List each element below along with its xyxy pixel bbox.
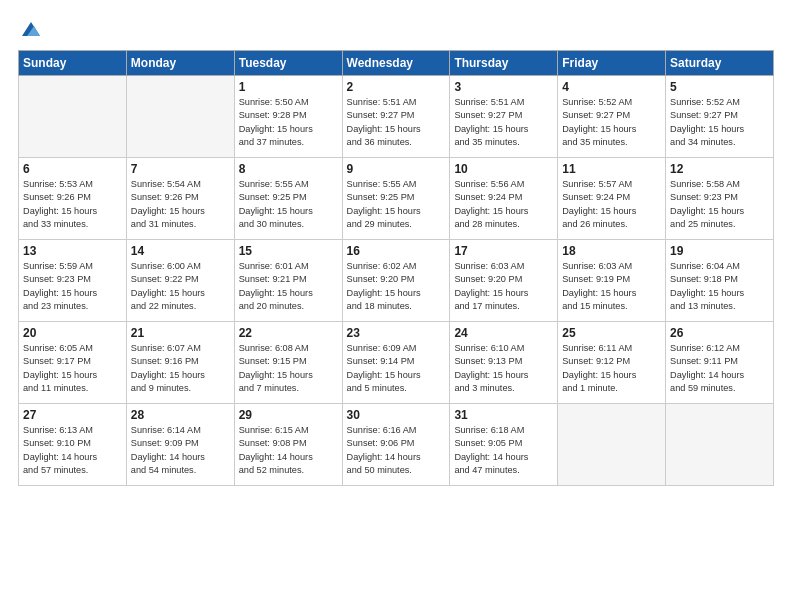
day-number: 26: [670, 326, 769, 340]
calendar-weekday-sunday: Sunday: [19, 51, 127, 76]
day-detail: Sunrise: 5:52 AM Sunset: 9:27 PM Dayligh…: [562, 96, 661, 149]
calendar-cell: 6Sunrise: 5:53 AM Sunset: 9:26 PM Daylig…: [19, 158, 127, 240]
day-detail: Sunrise: 6:01 AM Sunset: 9:21 PM Dayligh…: [239, 260, 338, 313]
calendar-cell: 28Sunrise: 6:14 AM Sunset: 9:09 PM Dayli…: [126, 404, 234, 486]
calendar-cell: 8Sunrise: 5:55 AM Sunset: 9:25 PM Daylig…: [234, 158, 342, 240]
day-detail: Sunrise: 6:07 AM Sunset: 9:16 PM Dayligh…: [131, 342, 230, 395]
calendar-cell: 1Sunrise: 5:50 AM Sunset: 9:28 PM Daylig…: [234, 76, 342, 158]
day-number: 11: [562, 162, 661, 176]
day-number: 10: [454, 162, 553, 176]
calendar-cell: 19Sunrise: 6:04 AM Sunset: 9:18 PM Dayli…: [666, 240, 774, 322]
calendar-table: SundayMondayTuesdayWednesdayThursdayFrid…: [18, 50, 774, 486]
day-detail: Sunrise: 5:55 AM Sunset: 9:25 PM Dayligh…: [239, 178, 338, 231]
header: [18, 18, 774, 40]
day-number: 21: [131, 326, 230, 340]
calendar-weekday-monday: Monday: [126, 51, 234, 76]
calendar-week-1: 1Sunrise: 5:50 AM Sunset: 9:28 PM Daylig…: [19, 76, 774, 158]
day-detail: Sunrise: 5:53 AM Sunset: 9:26 PM Dayligh…: [23, 178, 122, 231]
logo: [18, 18, 42, 40]
day-number: 27: [23, 408, 122, 422]
calendar-cell: 13Sunrise: 5:59 AM Sunset: 9:23 PM Dayli…: [19, 240, 127, 322]
day-detail: Sunrise: 5:58 AM Sunset: 9:23 PM Dayligh…: [670, 178, 769, 231]
day-detail: Sunrise: 5:57 AM Sunset: 9:24 PM Dayligh…: [562, 178, 661, 231]
day-detail: Sunrise: 5:51 AM Sunset: 9:27 PM Dayligh…: [347, 96, 446, 149]
calendar-cell: 4Sunrise: 5:52 AM Sunset: 9:27 PM Daylig…: [558, 76, 666, 158]
day-number: 4: [562, 80, 661, 94]
day-detail: Sunrise: 6:09 AM Sunset: 9:14 PM Dayligh…: [347, 342, 446, 395]
day-number: 13: [23, 244, 122, 258]
day-detail: Sunrise: 6:18 AM Sunset: 9:05 PM Dayligh…: [454, 424, 553, 477]
day-detail: Sunrise: 6:10 AM Sunset: 9:13 PM Dayligh…: [454, 342, 553, 395]
calendar-cell: 18Sunrise: 6:03 AM Sunset: 9:19 PM Dayli…: [558, 240, 666, 322]
calendar-cell: 7Sunrise: 5:54 AM Sunset: 9:26 PM Daylig…: [126, 158, 234, 240]
calendar-week-4: 20Sunrise: 6:05 AM Sunset: 9:17 PM Dayli…: [19, 322, 774, 404]
logo-icon: [20, 18, 42, 40]
calendar-cell: 17Sunrise: 6:03 AM Sunset: 9:20 PM Dayli…: [450, 240, 558, 322]
calendar-weekday-saturday: Saturday: [666, 51, 774, 76]
day-detail: Sunrise: 5:50 AM Sunset: 9:28 PM Dayligh…: [239, 96, 338, 149]
day-number: 23: [347, 326, 446, 340]
day-detail: Sunrise: 6:14 AM Sunset: 9:09 PM Dayligh…: [131, 424, 230, 477]
day-number: 5: [670, 80, 769, 94]
calendar-cell: 23Sunrise: 6:09 AM Sunset: 9:14 PM Dayli…: [342, 322, 450, 404]
day-detail: Sunrise: 6:03 AM Sunset: 9:19 PM Dayligh…: [562, 260, 661, 313]
day-number: 25: [562, 326, 661, 340]
day-number: 18: [562, 244, 661, 258]
day-detail: Sunrise: 6:13 AM Sunset: 9:10 PM Dayligh…: [23, 424, 122, 477]
day-number: 16: [347, 244, 446, 258]
day-number: 24: [454, 326, 553, 340]
calendar-cell: 26Sunrise: 6:12 AM Sunset: 9:11 PM Dayli…: [666, 322, 774, 404]
calendar-weekday-friday: Friday: [558, 51, 666, 76]
day-detail: Sunrise: 6:04 AM Sunset: 9:18 PM Dayligh…: [670, 260, 769, 313]
day-number: 17: [454, 244, 553, 258]
page: SundayMondayTuesdayWednesdayThursdayFrid…: [0, 0, 792, 612]
calendar-cell: 21Sunrise: 6:07 AM Sunset: 9:16 PM Dayli…: [126, 322, 234, 404]
calendar-week-3: 13Sunrise: 5:59 AM Sunset: 9:23 PM Dayli…: [19, 240, 774, 322]
day-number: 9: [347, 162, 446, 176]
calendar-cell: 2Sunrise: 5:51 AM Sunset: 9:27 PM Daylig…: [342, 76, 450, 158]
day-detail: Sunrise: 6:15 AM Sunset: 9:08 PM Dayligh…: [239, 424, 338, 477]
calendar-cell: 16Sunrise: 6:02 AM Sunset: 9:20 PM Dayli…: [342, 240, 450, 322]
day-detail: Sunrise: 6:02 AM Sunset: 9:20 PM Dayligh…: [347, 260, 446, 313]
day-detail: Sunrise: 6:08 AM Sunset: 9:15 PM Dayligh…: [239, 342, 338, 395]
calendar-cell: 25Sunrise: 6:11 AM Sunset: 9:12 PM Dayli…: [558, 322, 666, 404]
calendar-cell: [666, 404, 774, 486]
calendar-cell: 11Sunrise: 5:57 AM Sunset: 9:24 PM Dayli…: [558, 158, 666, 240]
day-number: 30: [347, 408, 446, 422]
day-detail: Sunrise: 6:11 AM Sunset: 9:12 PM Dayligh…: [562, 342, 661, 395]
day-number: 12: [670, 162, 769, 176]
day-detail: Sunrise: 5:56 AM Sunset: 9:24 PM Dayligh…: [454, 178, 553, 231]
day-number: 14: [131, 244, 230, 258]
calendar-weekday-thursday: Thursday: [450, 51, 558, 76]
calendar-cell: 29Sunrise: 6:15 AM Sunset: 9:08 PM Dayli…: [234, 404, 342, 486]
day-number: 8: [239, 162, 338, 176]
calendar-weekday-wednesday: Wednesday: [342, 51, 450, 76]
calendar-cell: 30Sunrise: 6:16 AM Sunset: 9:06 PM Dayli…: [342, 404, 450, 486]
day-detail: Sunrise: 6:12 AM Sunset: 9:11 PM Dayligh…: [670, 342, 769, 395]
day-detail: Sunrise: 5:59 AM Sunset: 9:23 PM Dayligh…: [23, 260, 122, 313]
day-detail: Sunrise: 5:55 AM Sunset: 9:25 PM Dayligh…: [347, 178, 446, 231]
calendar-week-5: 27Sunrise: 6:13 AM Sunset: 9:10 PM Dayli…: [19, 404, 774, 486]
day-number: 7: [131, 162, 230, 176]
day-number: 20: [23, 326, 122, 340]
day-detail: Sunrise: 6:03 AM Sunset: 9:20 PM Dayligh…: [454, 260, 553, 313]
day-number: 3: [454, 80, 553, 94]
calendar-cell: 20Sunrise: 6:05 AM Sunset: 9:17 PM Dayli…: [19, 322, 127, 404]
day-detail: Sunrise: 5:51 AM Sunset: 9:27 PM Dayligh…: [454, 96, 553, 149]
day-detail: Sunrise: 6:16 AM Sunset: 9:06 PM Dayligh…: [347, 424, 446, 477]
day-number: 22: [239, 326, 338, 340]
calendar-cell: 12Sunrise: 5:58 AM Sunset: 9:23 PM Dayli…: [666, 158, 774, 240]
day-detail: Sunrise: 6:05 AM Sunset: 9:17 PM Dayligh…: [23, 342, 122, 395]
calendar-cell: 14Sunrise: 6:00 AM Sunset: 9:22 PM Dayli…: [126, 240, 234, 322]
day-number: 28: [131, 408, 230, 422]
day-number: 19: [670, 244, 769, 258]
calendar-header-row: SundayMondayTuesdayWednesdayThursdayFrid…: [19, 51, 774, 76]
day-number: 31: [454, 408, 553, 422]
calendar-cell: [126, 76, 234, 158]
calendar-week-2: 6Sunrise: 5:53 AM Sunset: 9:26 PM Daylig…: [19, 158, 774, 240]
calendar-cell: 31Sunrise: 6:18 AM Sunset: 9:05 PM Dayli…: [450, 404, 558, 486]
calendar-cell: 5Sunrise: 5:52 AM Sunset: 9:27 PM Daylig…: [666, 76, 774, 158]
day-number: 15: [239, 244, 338, 258]
calendar-cell: [19, 76, 127, 158]
calendar-cell: 24Sunrise: 6:10 AM Sunset: 9:13 PM Dayli…: [450, 322, 558, 404]
